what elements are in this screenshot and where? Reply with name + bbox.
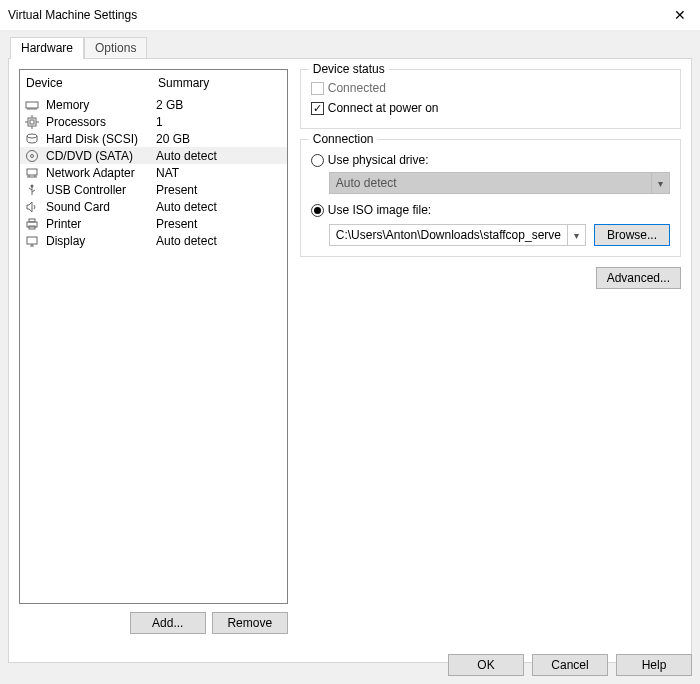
physical-drive-value: Auto detect	[330, 176, 651, 190]
device-name: Processors	[42, 115, 152, 129]
help-button[interactable]: Help	[616, 654, 692, 676]
device-summary: Auto detect	[152, 149, 287, 163]
chevron-down-icon[interactable]: ▾	[567, 225, 585, 245]
poweron-checkbox[interactable]: ✓	[311, 102, 324, 115]
svg-rect-7	[30, 120, 34, 124]
advanced-button[interactable]: Advanced...	[596, 267, 681, 289]
iso-radio-row[interactable]: Use ISO image file:	[311, 200, 670, 220]
device-row[interactable]: Hard Disk (SCSI)20 GB	[20, 130, 287, 147]
device-summary: Auto detect	[152, 234, 287, 248]
svg-point-12	[27, 134, 37, 138]
tab-hardware[interactable]: Hardware	[10, 37, 84, 59]
device-name: Display	[42, 234, 152, 248]
window-title: Virtual Machine Settings	[8, 8, 137, 22]
device-summary: Present	[152, 217, 287, 231]
chevron-down-icon: ▾	[651, 173, 669, 193]
ok-button[interactable]: OK	[448, 654, 524, 676]
iso-path-value: C:\Users\Anton\Downloads\staffcop_serve	[330, 228, 567, 242]
connected-label: Connected	[328, 81, 386, 95]
device-name: Printer	[42, 217, 152, 231]
connected-checkbox	[311, 82, 324, 95]
sound-icon	[24, 199, 40, 215]
device-list[interactable]: Device Summary Memory2 GBProcessors1Hard…	[19, 69, 288, 604]
iso-path-combo[interactable]: C:\Users\Anton\Downloads\staffcop_serve …	[329, 224, 586, 246]
connection-legend: Connection	[309, 132, 378, 146]
svg-rect-24	[27, 237, 37, 244]
memory-icon	[24, 97, 40, 113]
hdd-icon	[24, 131, 40, 147]
device-name: Hard Disk (SCSI)	[42, 132, 152, 146]
device-name: Memory	[42, 98, 152, 112]
usb-icon	[24, 182, 40, 198]
device-row[interactable]: PrinterPresent	[20, 215, 287, 232]
device-name: Network Adapter	[42, 166, 152, 180]
device-status-group: Device status Connected ✓ Connect at pow…	[300, 69, 681, 129]
svg-rect-0	[26, 102, 38, 108]
svg-point-14	[31, 154, 34, 157]
svg-rect-15	[27, 169, 37, 175]
iso-label: Use ISO image file:	[328, 203, 431, 217]
printer-icon	[24, 216, 40, 232]
cancel-button[interactable]: Cancel	[532, 654, 608, 676]
device-summary: 20 GB	[152, 132, 287, 146]
svg-point-13	[27, 150, 38, 161]
cpu-icon	[24, 114, 40, 130]
browse-button[interactable]: Browse...	[594, 224, 670, 246]
device-row[interactable]: DisplayAuto detect	[20, 232, 287, 249]
cd-icon	[24, 148, 40, 164]
device-status-legend: Device status	[309, 62, 389, 76]
display-icon	[24, 233, 40, 249]
remove-button[interactable]: Remove	[212, 612, 288, 634]
device-name: Sound Card	[42, 200, 152, 214]
physical-drive-label: Use physical drive:	[328, 153, 429, 167]
device-summary: Auto detect	[152, 200, 287, 214]
poweron-checkbox-row[interactable]: ✓ Connect at power on	[311, 98, 670, 118]
iso-radio[interactable]	[311, 204, 324, 217]
physical-drive-radio-row[interactable]: Use physical drive:	[311, 150, 670, 170]
device-summary: 2 GB	[152, 98, 287, 112]
device-row[interactable]: Memory2 GB	[20, 96, 287, 113]
device-row[interactable]: Network AdapterNAT	[20, 164, 287, 181]
column-header-device: Device	[20, 70, 152, 96]
poweron-label: Connect at power on	[328, 101, 439, 115]
device-name: USB Controller	[42, 183, 152, 197]
device-summary: NAT	[152, 166, 287, 180]
device-row[interactable]: CD/DVD (SATA)Auto detect	[20, 147, 287, 164]
net-icon	[24, 165, 40, 181]
device-row[interactable]: Sound CardAuto detect	[20, 198, 287, 215]
svg-rect-6	[28, 118, 36, 126]
close-icon[interactable]: ✕	[670, 7, 690, 23]
device-summary: 1	[152, 115, 287, 129]
tab-options[interactable]: Options	[84, 37, 147, 59]
column-header-summary: Summary	[152, 70, 287, 96]
connection-group: Connection Use physical drive: Auto dete…	[300, 139, 681, 257]
device-row[interactable]: USB ControllerPresent	[20, 181, 287, 198]
physical-drive-combo: Auto detect ▾	[329, 172, 670, 194]
connected-checkbox-row: Connected	[311, 78, 670, 98]
device-summary: Present	[152, 183, 287, 197]
add-button[interactable]: Add...	[130, 612, 206, 634]
device-name: CD/DVD (SATA)	[42, 149, 152, 163]
physical-drive-radio[interactable]	[311, 154, 324, 167]
device-row[interactable]: Processors1	[20, 113, 287, 130]
